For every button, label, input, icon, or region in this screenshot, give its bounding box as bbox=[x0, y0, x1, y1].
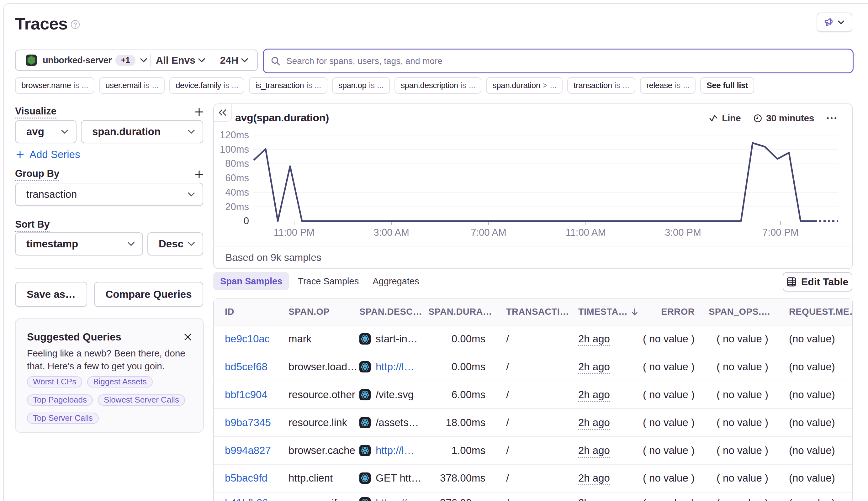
svg-text:80ms: 80ms bbox=[225, 158, 249, 169]
svg-text:3:00 PM: 3:00 PM bbox=[665, 227, 701, 238]
svg-text:7:00 AM: 7:00 AM bbox=[471, 227, 506, 238]
svg-text:20ms: 20ms bbox=[225, 201, 249, 212]
svg-text:100ms: 100ms bbox=[220, 144, 249, 155]
svg-text:3:00 AM: 3:00 AM bbox=[373, 227, 409, 238]
svg-text:11:00 AM: 11:00 AM bbox=[566, 227, 606, 238]
svg-text:40ms: 40ms bbox=[225, 187, 249, 198]
svg-text:0: 0 bbox=[244, 215, 249, 226]
svg-text:7:00 PM: 7:00 PM bbox=[762, 227, 798, 238]
svg-text:11:00 PM: 11:00 PM bbox=[274, 227, 315, 238]
svg-text:60ms: 60ms bbox=[225, 172, 249, 183]
svg-text:120ms: 120ms bbox=[220, 129, 249, 140]
